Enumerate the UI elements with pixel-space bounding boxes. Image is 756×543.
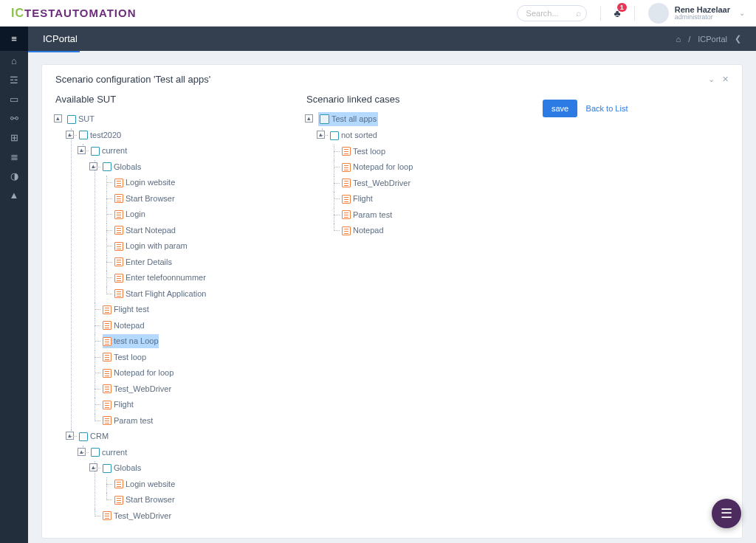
user-name: Rene Hazelaar — [675, 5, 730, 14]
tree-node-case[interactable]: Test_WebDriver — [342, 176, 410, 190]
tree-toggle[interactable]: ▴ — [305, 114, 313, 122]
tree-node-case[interactable]: test na Loop — [103, 334, 159, 348]
tree-node-case[interactable]: Login website — [114, 477, 175, 491]
tree-node-crm-current[interactable]: current — [91, 446, 127, 460]
tree-node-case[interactable]: Login website — [114, 176, 175, 190]
sidebar-item-lines[interactable]: ≣ — [0, 147, 28, 166]
tree-toggle[interactable]: ▴ — [78, 448, 86, 456]
tree-node-case[interactable]: Enter Details — [114, 255, 172, 269]
tree-node-case[interactable]: Notepad — [342, 224, 384, 238]
tree-node-case[interactable]: Flight — [103, 398, 134, 412]
tree-node-crm-globals[interactable]: Globals — [103, 461, 141, 475]
tree-node-case[interactable]: Notepad for loop — [103, 366, 173, 380]
tree-node-case[interactable]: Enter telefoonnummer — [114, 271, 206, 285]
tree-toggle[interactable]: ▴ — [66, 432, 74, 440]
home-icon[interactable]: ⌂ — [676, 35, 681, 44]
chat-icon: ☰ — [721, 505, 732, 522]
search-icon[interactable]: ⌕ — [576, 8, 581, 18]
sidebar-item-screen[interactable]: ▭ — [0, 89, 28, 108]
tree-node-current[interactable]: current — [91, 144, 127, 158]
tree-node-sut[interactable]: SUT — [67, 112, 94, 126]
notification-badge: 1 — [617, 3, 627, 12]
user-role: administrator — [675, 14, 730, 21]
breadcrumb: ⌂ / ICPortal — [676, 35, 727, 44]
linked-tree: ▴ Test all apps ▴ not sorted Test loopNo… — [306, 112, 513, 240]
brand-logo: ICTESTAUTOMATION — [11, 7, 137, 20]
sidebar-item-home[interactable]: ⌂ — [0, 51, 28, 70]
tree-toggle[interactable]: ▴ — [317, 131, 325, 139]
linked-title: Scenario linked cases — [306, 94, 513, 105]
chat-fab[interactable]: ☰ — [712, 499, 741, 528]
tree-node-case[interactable]: Flight — [342, 192, 373, 206]
avail-tree: ▴ SUT ▴ test2020 ▴ current — [55, 112, 277, 525]
tree-node-case[interactable]: Flight test — [103, 302, 149, 317]
user-menu[interactable]: Rene Hazelaar administrator ⌄ — [648, 3, 745, 24]
sidebar-item-user[interactable]: ▲ — [0, 185, 28, 204]
save-button[interactable]: save — [543, 100, 577, 117]
tree-node-case[interactable]: Start Flight Application — [114, 287, 206, 301]
tree-toggle[interactable]: ▴ — [89, 162, 97, 170]
card-close-icon[interactable]: ✕ — [722, 75, 729, 84]
sidebar-item-dashboard[interactable]: ◑ — [0, 166, 28, 185]
sidebar: ≡ ⌂ ☲ ▭ ⚯ ⊞ ≣ ◑ ▲ — [0, 27, 28, 543]
tree-node-case[interactable]: Test loop — [342, 145, 385, 159]
collapse-icon[interactable]: ❮ — [735, 34, 741, 44]
tree-node-case[interactable]: Test loop — [103, 350, 146, 364]
tree-node-crm[interactable]: CRM — [79, 429, 109, 443]
tree-toggle[interactable]: ▴ — [66, 131, 74, 139]
tree-toggle[interactable]: ▴ — [78, 146, 86, 154]
tree-node-case[interactable]: Login — [114, 207, 145, 221]
tree-node-case[interactable]: Param test — [103, 414, 153, 428]
tree-node-case[interactable]: Test_WebDriver — [103, 382, 171, 396]
tree-node-group[interactable]: not sorted — [330, 128, 377, 142]
notifications-button[interactable]: ♣ 1 — [614, 7, 621, 19]
tree-node-case[interactable]: Param test — [342, 208, 392, 222]
tree-node-case[interactable]: Test_WebDriver — [103, 509, 171, 523]
sidebar-item-list[interactable]: ☲ — [0, 70, 28, 89]
tree-node-case[interactable]: Start Browser — [114, 192, 175, 206]
card-title: Scenario configuration 'Test all apps' — [55, 74, 210, 85]
tree-node-globals[interactable]: Globals — [103, 160, 141, 174]
tree-node-test2020[interactable]: test2020 — [79, 128, 121, 142]
chevron-down-icon: ⌄ — [739, 9, 745, 17]
page-title: ICPortal — [43, 33, 78, 44]
breadcrumb-current[interactable]: ICPortal — [698, 35, 727, 44]
avatar — [648, 3, 669, 24]
back-to-list-link[interactable]: Back to List — [586, 104, 628, 113]
sidebar-toggle[interactable]: ≡ — [0, 27, 28, 51]
card-collapse-icon[interactable]: ⌄ — [708, 75, 715, 84]
tree-node-case[interactable]: Start Notepad — [114, 224, 176, 238]
tree-toggle[interactable]: ▴ — [54, 114, 62, 122]
sidebar-item-grid[interactable]: ⊞ — [0, 128, 28, 147]
sidebar-item-link[interactable]: ⚯ — [0, 108, 28, 128]
tree-node-case[interactable]: Notepad — [103, 319, 145, 333]
tree-node-case[interactable]: Login with param — [114, 239, 188, 253]
tree-node-case[interactable]: Start Browser — [114, 493, 175, 507]
tree-node-case[interactable]: Notepad for loop — [342, 160, 413, 174]
tree-toggle[interactable]: ▴ — [89, 463, 97, 471]
avail-title: Available SUT — [55, 94, 277, 105]
tree-node-root-selected[interactable]: Test all apps — [318, 112, 378, 126]
